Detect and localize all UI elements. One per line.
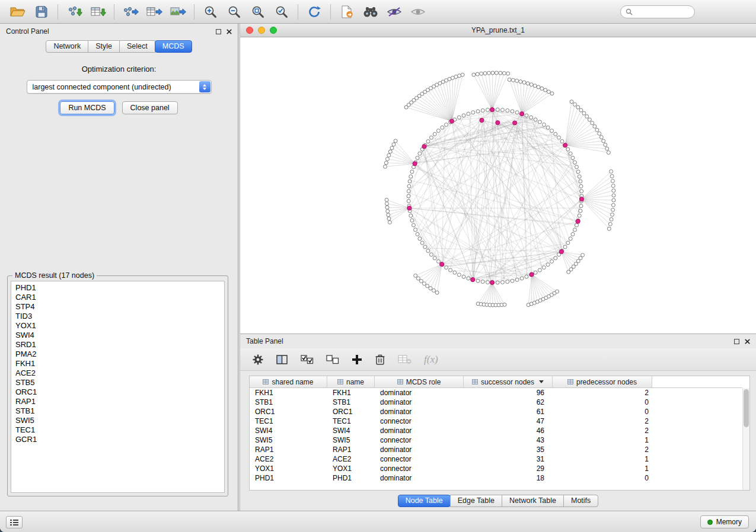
mcds-result-item[interactable]: CAR1	[11, 293, 224, 302]
import-network-button[interactable]	[62, 2, 86, 21]
mcds-result-item[interactable]: PHD1	[11, 283, 224, 293]
open-file-button[interactable]	[6, 2, 30, 21]
tab-node-table[interactable]: Node Table	[398, 495, 451, 507]
table-row[interactable]: SWI5SWI5connector431	[250, 435, 742, 445]
zoom-fit-button[interactable]	[246, 2, 270, 21]
column-label: shared name	[272, 378, 313, 386]
column-sort-icon	[397, 379, 403, 384]
mcds-result-item[interactable]: SWI4	[11, 331, 224, 340]
zoom-fit-icon	[251, 5, 265, 19]
run-mcds-button[interactable]: Run MCDS	[60, 101, 114, 114]
status-bar: Memory	[0, 511, 756, 532]
memory-button[interactable]: Memory	[700, 515, 749, 528]
mcds-result-item[interactable]: GCR1	[11, 435, 224, 444]
selected-criterion-value: largest connected component (undirected)	[27, 83, 171, 91]
table-row[interactable]: SWI4SWI4dominator462	[250, 426, 742, 435]
export-table-button[interactable]	[142, 2, 166, 21]
table-panel: Table Panel	[240, 334, 756, 511]
cell-name: SWI4	[327, 426, 375, 435]
cell-predecessor-nodes: 1	[553, 464, 652, 473]
export-network-button[interactable]	[119, 2, 142, 21]
table-row[interactable]: PHD1PHD1dominator180	[250, 473, 742, 483]
zoom-out-button[interactable]	[222, 2, 246, 21]
mcds-result-item[interactable]: RAP1	[11, 397, 224, 406]
column-menu-caret-icon[interactable]	[539, 380, 544, 383]
delete-column-button[interactable]	[375, 354, 385, 366]
export-image-button[interactable]	[166, 2, 190, 21]
mcds-result-item[interactable]: FKH1	[11, 359, 224, 368]
zoom-in-button[interactable]	[199, 2, 222, 21]
cell-name: ORC1	[327, 407, 375, 416]
mcds-result-item[interactable]: YOX1	[11, 321, 224, 331]
import-table-button[interactable]	[86, 2, 110, 21]
mcds-result-item[interactable]: STB1	[11, 406, 224, 416]
column-header-predecessor-nodes[interactable]: predecessor nodes	[553, 376, 652, 387]
mcds-result-item[interactable]: ORC1	[11, 387, 224, 397]
tab-network[interactable]: Network	[46, 40, 88, 53]
search-input[interactable]	[636, 8, 690, 16]
table-row[interactable]: ORC1ORC1dominator610	[250, 407, 742, 416]
mcds-result-item[interactable]: TEC1	[11, 425, 224, 435]
hide-selected-button[interactable]	[382, 2, 406, 21]
list-menu-icon	[10, 520, 18, 525]
function-builder-button[interactable]: f(x)	[424, 354, 438, 366]
save-session-button[interactable]	[30, 2, 53, 21]
network-graph[interactable]	[240, 37, 756, 334]
minimize-window-icon[interactable]	[258, 27, 265, 34]
task-history-button[interactable]	[6, 516, 23, 528]
optimization-criterion-select[interactable]: largest connected component (undirected)	[27, 80, 212, 94]
mcds-result-item[interactable]: TID3	[11, 312, 224, 321]
network-window-titlebar[interactable]: YPA_prune.txt_1	[240, 24, 756, 37]
column-header-successor-nodes[interactable]: successor nodes	[464, 376, 553, 387]
export-image-icon	[170, 5, 186, 18]
close-table-panel-button[interactable]	[745, 339, 750, 344]
cell-name: FKH1	[327, 388, 375, 398]
table-tab-bar: Node TableEdge TableNetwork TableMotifs	[240, 491, 756, 511]
close-panel-action-button[interactable]: Close panel	[122, 101, 178, 114]
close-panel-button[interactable]	[227, 29, 232, 34]
table-scrollbar[interactable]	[742, 388, 749, 490]
tab-mcds[interactable]: MCDS	[155, 40, 192, 53]
share-document-button[interactable]	[335, 2, 359, 21]
tab-style[interactable]: Style	[88, 40, 120, 53]
select-all-columns-button[interactable]	[301, 355, 314, 364]
zoom-selected-button[interactable]	[270, 2, 294, 21]
float-panel-button[interactable]	[216, 29, 221, 34]
close-window-icon[interactable]	[246, 27, 253, 34]
tab-select[interactable]: Select	[119, 40, 155, 53]
tab-network-table[interactable]: Network Table	[502, 495, 564, 507]
table-row[interactable]: RAP1RAP1dominator352	[250, 445, 742, 454]
scrollbar-thumb[interactable]	[744, 389, 749, 427]
delete-table-button[interactable]	[398, 355, 412, 364]
table-row[interactable]: FKH1FKH1dominator962	[250, 388, 742, 398]
column-header-shared-name[interactable]: shared name	[250, 376, 327, 387]
column-header-name[interactable]: name	[327, 376, 375, 387]
mcds-result-item[interactable]: STB5	[11, 378, 224, 387]
table-row[interactable]: YOX1YOX1connector291	[250, 464, 742, 473]
table-row[interactable]: TEC1TEC1connector472	[250, 416, 742, 426]
mcds-result-item[interactable]: SWI5	[11, 416, 224, 425]
table-row[interactable]: STB1STB1dominator620	[250, 398, 742, 407]
mcds-result-item[interactable]: SRD1	[11, 340, 224, 350]
mcds-result-item[interactable]: STP4	[11, 302, 224, 312]
mcds-result-item[interactable]: PMA2	[11, 350, 224, 359]
deselect-all-columns-button[interactable]	[326, 355, 339, 364]
tab-edge-table[interactable]: Edge Table	[450, 495, 502, 507]
show-all-button[interactable]	[406, 2, 430, 21]
show-columns-button[interactable]	[276, 354, 288, 365]
mcds-result-list[interactable]: PHD1CAR1STP4TID3YOX1SWI4SRD1PMA2FKH1ACE2…	[11, 281, 225, 493]
float-table-panel-button[interactable]	[734, 339, 739, 344]
table-row[interactable]: ACE2ACE2connector311	[250, 454, 742, 464]
node-table: shared namenameMCDS rolesuccessor nodesp…	[249, 376, 750, 491]
mcds-result-item[interactable]: ACE2	[11, 368, 224, 378]
find-button[interactable]	[359, 2, 382, 21]
table-settings-button[interactable]	[252, 354, 264, 366]
column-label: successor nodes	[481, 378, 534, 386]
refresh-button[interactable]	[302, 2, 326, 21]
tab-motifs[interactable]: Motifs	[563, 495, 598, 507]
maximize-window-icon[interactable]	[270, 27, 277, 34]
column-header-mcds-role[interactable]: MCDS role	[375, 376, 464, 387]
zoom-in-icon	[203, 5, 218, 19]
control-panel-header: Control Panel	[0, 24, 238, 39]
create-column-button[interactable]	[352, 354, 362, 365]
